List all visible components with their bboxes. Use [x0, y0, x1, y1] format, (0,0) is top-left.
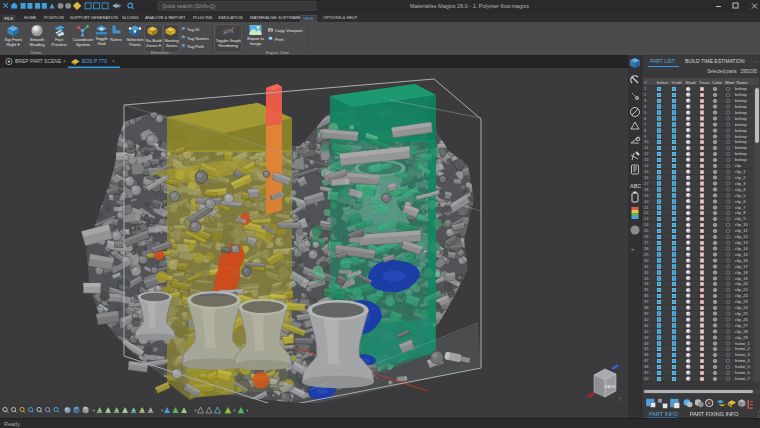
svg-text:Quick search (Shift+Q): Quick search (Shift+Q)	[162, 3, 215, 9]
svg-text:»: »	[631, 246, 635, 252]
svg-text:BACK: BACK	[605, 384, 616, 389]
svg-text:ABC: ABC	[630, 183, 641, 189]
